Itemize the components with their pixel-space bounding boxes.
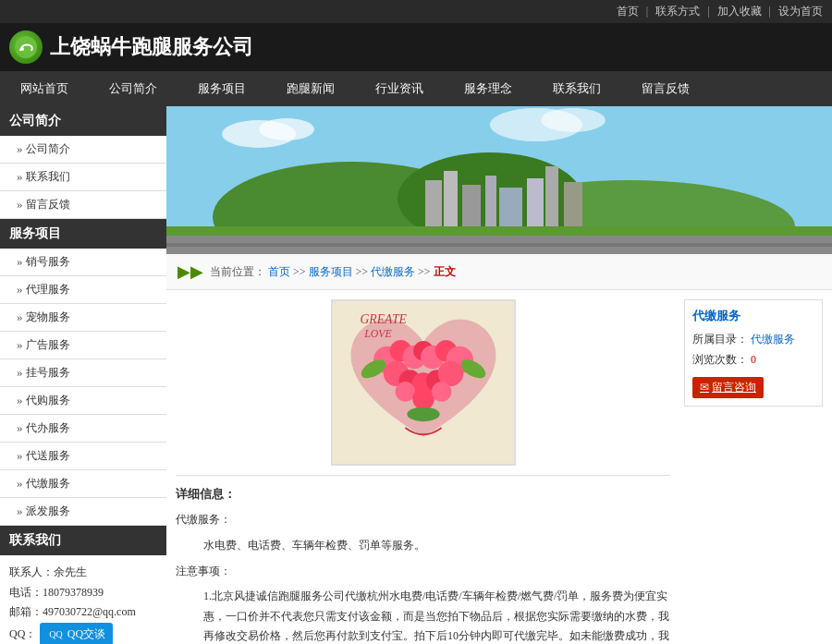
sidebar-link-feedback[interactable]: 留言反馈: [26, 198, 70, 211]
main-nav: 网站首页 公司简介 服务项目 跑腿新闻 行业资讯 服务理念 联系我们 留言反馈: [0, 71, 832, 106]
site-title: 上饶蜗牛跑腿服务公司: [50, 33, 253, 61]
contact-name-label: 联系人：: [9, 565, 54, 578]
svg-rect-27: [166, 243, 832, 247]
svg-rect-18: [444, 171, 458, 226]
sidebar-link-contact[interactable]: 联系我们: [26, 170, 70, 183]
breadcrumb-sep1: >>: [293, 265, 306, 279]
main-content: ▶▶ 当前位置： 首页 >> 服务项目 >> 代缴服务 >> 正文: [166, 106, 832, 644]
svg-rect-24: [564, 182, 582, 226]
views-label: 浏览次数：: [692, 353, 748, 366]
sidebar-title-services: 服务项目: [0, 219, 166, 249]
sidebar-item-pay[interactable]: 代缴服务: [0, 470, 166, 498]
qq-btn-label: QQ交谈: [67, 625, 105, 644]
qq-icon: QQ: [47, 626, 64, 644]
nav-item-contact[interactable]: 联系我们: [532, 71, 621, 106]
article-area: GREATE LOVE 详细信息： 代缴服务： 水电费、电话费、车辆年检费、罚单…: [166, 290, 832, 644]
nav-item-industry[interactable]: 行业资讯: [355, 71, 444, 106]
email-icon: ✉: [700, 381, 709, 395]
sidebar-link-dispatch[interactable]: 派发服务: [26, 504, 70, 517]
article-sidebar: 代缴服务 所属目录： 代缴服务 浏览次数： 0 ✉ 留言咨询: [684, 299, 823, 644]
header: 上饶蜗牛跑腿服务公司: [0, 23, 832, 71]
sidebar-link-handle[interactable]: 代办服务: [26, 421, 70, 434]
article-divider: [176, 475, 670, 476]
sidebar-title-company: 公司简介: [0, 106, 166, 136]
article-item-1: 1.北京风捷诚信跑腿服务公司代缴杭州水电费/电话费/车辆年检费/燃气费/罚单，服…: [176, 587, 670, 644]
sidebar-link-pet[interactable]: 宠物服务: [26, 310, 70, 323]
sidebar-item-about[interactable]: 公司简介: [0, 136, 166, 164]
sidebar-item-agent[interactable]: 代理服务: [0, 276, 166, 304]
sidebar-item-pet[interactable]: 宠物服务: [0, 304, 166, 332]
logo-svg: [13, 34, 39, 60]
sidebar-item-handle[interactable]: 代办服务: [0, 415, 166, 443]
nav-item-home[interactable]: 网站首页: [0, 71, 89, 106]
sidebar-link-agent[interactable]: 代理服务: [26, 283, 70, 296]
article-info-box: 代缴服务 所属目录： 代缴服务 浏览次数： 0 ✉ 留言咨询: [684, 299, 823, 407]
breadcrumb: ▶▶ 当前位置： 首页 >> 服务项目 >> 代缴服务 >> 正文: [166, 254, 832, 290]
sidebar-link-purchase[interactable]: 代购服务: [26, 394, 70, 407]
top-link-contact[interactable]: 联系方式: [655, 5, 700, 18]
top-link-homepage[interactable]: 设为首页: [778, 5, 823, 18]
top-link-home[interactable]: 首页: [617, 5, 639, 18]
breadcrumb-pay-service[interactable]: 代缴服务: [371, 264, 415, 280]
sidebar-link-ad[interactable]: 广告服务: [26, 338, 70, 351]
views-count: 0: [751, 353, 756, 366]
category-link[interactable]: 代缴服务: [751, 333, 795, 346]
sidebar-item-feedback[interactable]: 留言反馈: [0, 191, 166, 219]
info-category: 所属目录： 代缴服务: [692, 332, 814, 347]
sidebar-item-contact[interactable]: 联系我们: [0, 164, 166, 191]
top-link-bookmark[interactable]: 加入收藏: [717, 5, 762, 18]
service-desc: 水电费、电话费、车辆年检费、罚单等服务。: [176, 536, 670, 556]
sidebar-item-register[interactable]: 挂号服务: [0, 359, 166, 387]
svg-point-0: [15, 36, 37, 58]
contact-email: 邮箱：497030722@qq.com: [9, 602, 157, 623]
notice-title: 注意事项：: [176, 562, 670, 582]
flower-svg: GREATE LOVE: [333, 299, 514, 466]
contact-email-label: 邮箱：: [9, 605, 43, 618]
qq-chat-button[interactable]: QQ QQ交谈: [40, 623, 113, 644]
sidebar-item-purchase[interactable]: 代购服务: [0, 387, 166, 415]
svg-point-13: [541, 108, 606, 132]
service-title: 代缴服务：: [176, 510, 670, 530]
nav-item-about[interactable]: 公司简介: [89, 71, 177, 106]
svg-rect-22: [527, 178, 544, 226]
nav-item-news[interactable]: 跑腿新闻: [266, 71, 355, 106]
sidebar-item-sales[interactable]: 销号服务: [0, 249, 166, 276]
svg-point-41: [395, 382, 415, 402]
contact-name-value: 余先生: [54, 565, 87, 578]
sidebar-link-deliver[interactable]: 代送服务: [26, 449, 70, 462]
sidebar: 公司简介 公司简介 联系我们 留言反馈 服务项目 销号服务 代理服务 宠物服务: [0, 106, 166, 644]
logo-icon: [9, 30, 43, 64]
breadcrumb-icon: ▶▶: [177, 261, 203, 282]
sidebar-item-ad[interactable]: 广告服务: [0, 332, 166, 359]
breadcrumb-sep3: >>: [418, 265, 431, 279]
sidebar-item-deliver[interactable]: 代送服务: [0, 443, 166, 470]
breadcrumb-sep2: >>: [356, 265, 369, 279]
article-image-container: GREATE LOVE: [176, 299, 670, 466]
category-label: 所属目录：: [692, 333, 748, 346]
sidebar-section-services: 服务项目 销号服务 代理服务 宠物服务 广告服务 挂号服务 代购服务 代办服务: [0, 219, 166, 526]
nav-item-services[interactable]: 服务项目: [177, 71, 266, 106]
top-bar: 首页 | 联系方式 | 加入收藏 | 设为首页: [0, 0, 832, 23]
sidebar-section-company: 公司简介 公司简介 联系我们 留言反馈: [0, 106, 166, 219]
svg-point-46: [407, 407, 439, 421]
sidebar-link-register[interactable]: 挂号服务: [26, 366, 70, 379]
hero-image: [166, 106, 832, 254]
breadcrumb-services[interactable]: 服务项目: [309, 264, 353, 280]
nav-item-feedback[interactable]: 留言反馈: [621, 71, 710, 106]
contact-qq-label: QQ：: [9, 625, 36, 644]
content-wrapper: 公司简介 公司简介 联系我们 留言反馈 服务项目 销号服务 代理服务 宠物服务: [0, 106, 832, 644]
sidebar-item-dispatch[interactable]: 派发服务: [0, 498, 166, 526]
sidebar-link-pay[interactable]: 代缴服务: [26, 477, 70, 490]
svg-rect-20: [485, 176, 496, 226]
sidebar-title-contact: 联系我们: [0, 526, 166, 555]
consult-button[interactable]: ✉ 留言咨询: [692, 377, 764, 398]
detail-label: 详细信息：: [176, 483, 670, 504]
hero-svg: [166, 106, 832, 254]
sidebar-link-sales[interactable]: 销号服务: [26, 255, 70, 268]
svg-point-1: [20, 47, 24, 51]
breadcrumb-home[interactable]: 首页: [268, 264, 290, 280]
consult-button-wrapper: ✉ 留言咨询: [692, 372, 814, 398]
sidebar-link-about[interactable]: 公司简介: [26, 142, 70, 155]
nav-item-concept[interactable]: 服务理念: [444, 71, 532, 106]
contact-phone: 电话：18079378939: [9, 583, 157, 603]
